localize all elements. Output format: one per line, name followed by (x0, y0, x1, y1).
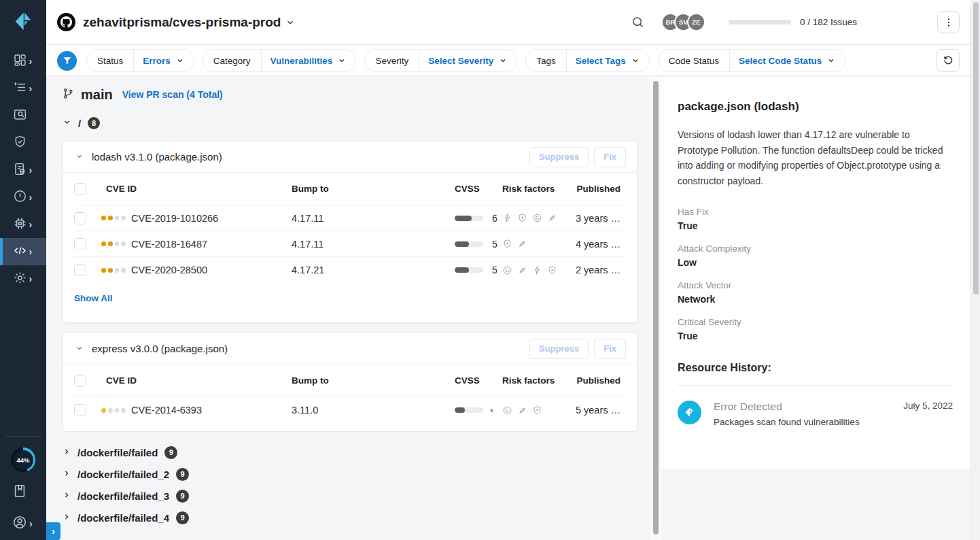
more-actions-button[interactable] (937, 11, 960, 33)
sidebar-item-settings[interactable]: › (0, 265, 46, 292)
field-label: Has Fix (678, 207, 953, 217)
show-all-link[interactable]: Show All (74, 293, 113, 303)
filter-value-dropdown[interactable]: Errors (134, 50, 194, 71)
package-title: express v3.0.0 (package.json) (92, 343, 228, 354)
row-checkbox[interactable] (74, 264, 86, 276)
avatar[interactable]: ZE (687, 13, 705, 31)
sidebar-item-image-scanning[interactable]: › (0, 102, 46, 129)
sidebar-item-docs[interactable]: › (12, 482, 34, 503)
select-all-checkbox[interactable] (74, 375, 86, 387)
folder-issue-count-badge: 9 (176, 490, 189, 503)
sidebar-item-policies[interactable]: › (0, 156, 46, 184)
user-avatars: BRSVZE (661, 13, 705, 31)
select-all-checkbox[interactable] (74, 183, 86, 195)
sidebar-item-compliance[interactable]: › (0, 129, 46, 156)
field-value: Network (678, 294, 953, 305)
vulnerability-detail-panel: package.json (lodash) Versions of lodash… (661, 77, 970, 469)
bump-to-version: 4.17.11 (286, 239, 449, 250)
published-age: 4 years … (565, 239, 626, 250)
root-folder-row[interactable]: / 8 (63, 115, 650, 131)
filter-icon-button[interactable] (57, 51, 77, 71)
field-value: Low (678, 257, 953, 268)
fix-button[interactable]: Fix (594, 339, 626, 359)
cvss-cell: 5 (449, 239, 502, 250)
sidebar-item-incidents[interactable]: › (0, 184, 46, 211)
reset-filters-button[interactable] (937, 49, 960, 72)
github-icon (57, 13, 75, 31)
bridgecrew-logo[interactable] (0, 0, 46, 45)
cvss-bar (455, 267, 483, 273)
root-folder-path: / (78, 118, 81, 129)
repo-selector-chevron[interactable] (285, 18, 295, 27)
view-pr-scan-link[interactable]: View PR scan (4 Total) (122, 89, 223, 100)
cve-table-row[interactable]: CVE-2014-6393 3.11.0 4 5 years … (74, 397, 626, 423)
panel-background (661, 469, 970, 540)
undo-icon (942, 54, 954, 67)
shield-icon (13, 135, 27, 152)
cve-table-header: CVE ID Bump to CVSS Risk factors Publish… (74, 173, 626, 205)
severity-dots (101, 408, 126, 413)
detail-field: Has Fix True (678, 207, 953, 231)
image-scan-icon (13, 107, 27, 124)
fix-button[interactable]: Fix (594, 147, 626, 167)
boards-icon (13, 53, 27, 70)
list-icon (13, 80, 27, 97)
row-checkbox[interactable] (74, 238, 86, 250)
cve-id: CVE-2020-28500 (131, 265, 207, 275)
cve-table-row[interactable]: CVE-2019-1010266 4.17.11 6 3 years … (74, 205, 626, 231)
cvss-bar (455, 407, 483, 413)
scan-progress-ring[interactable]: 44% (11, 448, 35, 472)
filter-value-dropdown[interactable]: Select Code Status (730, 50, 845, 71)
git-branch-icon (63, 88, 74, 102)
cve-table-row[interactable]: CVE-2018-16487 4.17.11 5 4 years … (74, 231, 626, 257)
issues-progress: 0 / 182 Issues (729, 17, 857, 27)
sidebar-item-resource-explorer[interactable]: › (0, 75, 46, 102)
filter-pill: Status Errors (86, 49, 194, 72)
detail-field: Critical Severity True (678, 317, 953, 341)
folder-path: /dockerfile/failed_2 (77, 469, 169, 480)
sidebar-item-projects[interactable]: › (0, 238, 46, 265)
sidebar-item-account[interactable]: › (12, 513, 34, 535)
row-checkbox[interactable] (74, 212, 86, 224)
package-card-header[interactable]: lodash v3.1.0 (package.json) Suppress Fi… (63, 141, 637, 173)
chevron-right-icon: › (29, 274, 34, 284)
risk-factor-icons (502, 239, 565, 249)
filter-label: Category (203, 50, 262, 71)
folder-row[interactable]: /dockerfile/failed 9 (63, 441, 650, 463)
swirl-risk-icon (532, 213, 542, 223)
suppress-button[interactable]: Suppress (529, 339, 589, 359)
swirl-risk-icon (502, 405, 512, 416)
chevron-right-icon: › (29, 192, 34, 202)
window-scrollbar (970, 0, 980, 540)
top-bar: zehavitprisma/cves-prisma-prod BRSVZE 0 … (46, 0, 970, 45)
folder-row[interactable]: /dockerfile/failed_2 9 (63, 463, 650, 485)
filter-label: Code Status (659, 50, 730, 71)
package-card-header[interactable]: express v3.0.0 (package.json) Suppress F… (63, 333, 637, 365)
sidebar-item-dashboard[interactable]: › (0, 48, 46, 75)
filter-value-dropdown[interactable]: Select Tags (567, 50, 649, 71)
cve-table-row[interactable]: CVE-2020-28500 4.17.21 5 2 years … (74, 257, 626, 283)
row-checkbox[interactable] (74, 404, 86, 416)
root-issue-count-badge: 8 (88, 117, 100, 129)
chevron-right-icon (63, 468, 71, 480)
folder-path: /dockerfile/failed_3 (77, 490, 169, 502)
cvss-cell: 6 (449, 213, 502, 224)
folder-row[interactable]: /dockerfile/failed_3 9 (63, 485, 650, 507)
chevron-right-icon: › (29, 220, 34, 229)
scrollbar-thumb[interactable] (653, 81, 659, 535)
filter-value-dropdown[interactable]: Select Severity (419, 50, 517, 71)
published-age: 5 years … (565, 405, 626, 416)
sidebar-item-supply-chain[interactable]: › (0, 211, 46, 238)
cvss-score: 6 (492, 213, 497, 224)
chip-icon (13, 216, 27, 233)
search-icon[interactable] (631, 15, 645, 29)
sidebar-expand-button[interactable]: › (46, 522, 60, 540)
window-scrollbar-thumb[interactable] (973, 2, 979, 294)
suppress-button[interactable]: Suppress (529, 147, 589, 167)
folder-row[interactable]: /dockerfile/failed_4 9 (63, 507, 650, 528)
main-panel-scrollbar (650, 77, 661, 540)
package-title: lodash v3.1.0 (package.json) (92, 151, 222, 163)
divider (678, 385, 953, 386)
cve-id: CVE-2018-16487 (131, 239, 207, 250)
filter-value-dropdown[interactable]: Vulnerabilities (262, 50, 356, 71)
